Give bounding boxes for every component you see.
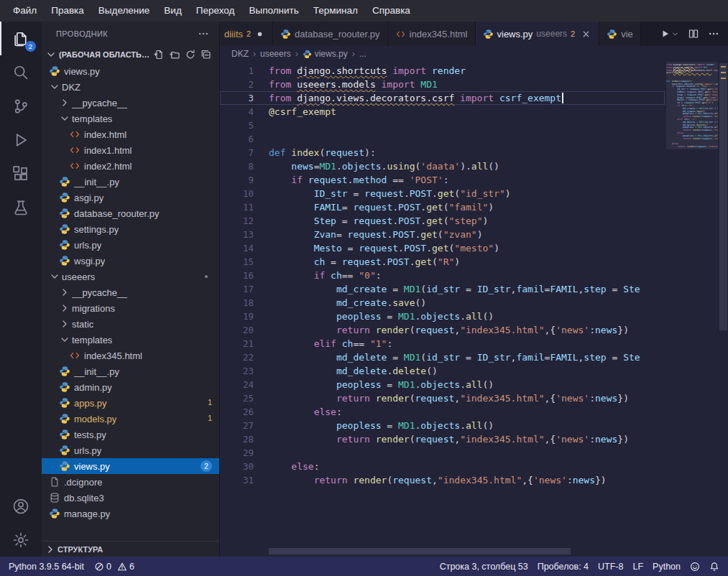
activity-testing[interactable]: [0, 190, 42, 224]
line-text: FAMIL= request.POST.get("famil"): [254, 200, 494, 214]
menu-item-3[interactable]: Выделение: [91, 0, 157, 22]
tab-label: index345.html: [410, 29, 468, 40]
folder-pycache[interactable]: __pycache__: [42, 284, 219, 300]
menu-item-8[interactable]: Справка: [365, 0, 418, 22]
outline-section[interactable]: СТРУКТУРА: [42, 541, 219, 557]
tab-index345-html[interactable]: index345.html: [388, 22, 476, 46]
vertical-scrollbar-thumb[interactable]: [719, 63, 727, 330]
line-number: 23: [220, 364, 254, 378]
horizontal-scrollbar-thumb[interactable]: [269, 548, 571, 554]
line-text: return render(request,"index345.html",{'…: [254, 473, 607, 487]
close-icon[interactable]: [581, 29, 591, 40]
folder-migrations[interactable]: migrations: [42, 300, 219, 316]
activity-run-debug[interactable]: [0, 123, 42, 157]
split-icon[interactable]: [688, 28, 699, 40]
activity-source-control[interactable]: [0, 89, 42, 123]
activity-accounts[interactable]: [0, 489, 42, 523]
ellipsis-icon[interactable]: [198, 28, 209, 40]
collapse-all-icon[interactable]: [198, 49, 213, 60]
menu-item-6[interactable]: Выполнить: [241, 0, 305, 22]
menu-item-2[interactable]: Правка: [44, 0, 91, 22]
breadcrumb-item[interactable]: DKZ: [231, 49, 249, 59]
menu-item-4[interactable]: Вид: [157, 0, 188, 22]
menu-item-7[interactable]: Терминал: [306, 0, 365, 22]
minimap[interactable]: from django.shortcuts import renderfrom …: [666, 64, 718, 547]
workspace-header[interactable]: (РАБОЧАЯ ОБЛАСТЬ) ...: [42, 46, 219, 63]
menu-item-1[interactable]: Файл: [6, 0, 44, 22]
code-line: 3from django.views.decorators.csrf impor…: [220, 91, 665, 105]
file-db-sqlite3[interactable]: db.sqlite3: [42, 490, 219, 506]
line-number: 29: [220, 446, 254, 460]
folder-pycache[interactable]: __pycache__: [42, 95, 219, 111]
activity-explorer[interactable]: 2: [0, 22, 42, 55]
extensions-icon: [12, 165, 29, 182]
file-dcignore[interactable]: .dcignore: [42, 474, 219, 490]
status-python-interpreter[interactable]: Python 3.9.5 64-bit: [9, 562, 84, 572]
file-index2-html[interactable]: index2.html: [42, 158, 219, 174]
python-icon: [483, 29, 494, 40]
file-manage-py[interactable]: manage.py: [42, 506, 219, 521]
file-settings-py[interactable]: settings.py: [42, 221, 219, 237]
status-cursor-position[interactable]: Строка 3, столбец 53: [440, 562, 528, 572]
breadcrumb-item[interactable]: views.py: [303, 49, 348, 59]
line-text: return render(request,"index345.html",{'…: [254, 391, 629, 405]
tab-vie[interactable]: vie: [599, 22, 641, 46]
line-text: from useeers.models import MD1: [254, 78, 438, 91]
file-index345-html[interactable]: index345.html: [42, 348, 219, 363]
file-tests-py[interactable]: tests.py: [42, 427, 219, 442]
activity-settings[interactable]: [0, 523, 42, 557]
workspace-label: (РАБОЧАЯ ОБЛАСТЬ) ...: [59, 50, 150, 59]
line-number: 2: [220, 78, 254, 91]
file-index1-html[interactable]: index1.html: [42, 142, 219, 158]
folder-templates[interactable]: templates: [42, 111, 219, 126]
file-database-roouter-py[interactable]: database_roouter.py: [42, 205, 219, 221]
run-button[interactable]: [659, 28, 679, 40]
folder-templates[interactable]: templates: [42, 332, 219, 348]
folder-useeers[interactable]: useeers: [42, 269, 219, 284]
status-indentation[interactable]: Пробелов: 4: [538, 562, 589, 572]
file-urls-py[interactable]: urls.py: [42, 442, 219, 458]
folder-static[interactable]: static: [42, 316, 219, 332]
tab-views-py[interactable]: views.pyuseeers2: [476, 22, 600, 46]
status-encoding[interactable]: UTF-8: [598, 562, 623, 572]
new-folder-icon[interactable]: [167, 49, 182, 60]
folder-dkz[interactable]: DKZ: [42, 79, 219, 95]
file-init-py[interactable]: __init__.py: [42, 174, 219, 190]
file-label: templates: [72, 113, 112, 124]
file-views-py[interactable]: views.py: [42, 63, 219, 79]
status-problems[interactable]: 06: [94, 562, 137, 572]
status-notifications[interactable]: [709, 562, 719, 572]
code-editor[interactable]: 1from django.shortcuts import render2fro…: [220, 64, 665, 547]
refresh-icon[interactable]: [183, 49, 198, 60]
breadcrumb-item[interactable]: useeers: [260, 49, 291, 59]
file-index-html[interactable]: index.html: [42, 126, 219, 142]
html-icon: [69, 144, 80, 156]
activity-extensions[interactable]: [0, 157, 42, 190]
file-init-py[interactable]: __init__.py: [42, 363, 219, 379]
status-language-mode[interactable]: Python: [653, 562, 681, 572]
file-admin-py[interactable]: admin.py: [42, 379, 219, 395]
file-wsgi-py[interactable]: wsgi.py: [42, 253, 219, 269]
line-number: 4: [220, 105, 254, 119]
menu-item-5[interactable]: Переход: [189, 0, 242, 22]
file-urls-py[interactable]: urls.py: [42, 237, 219, 253]
tab-problems-badge: 2: [571, 29, 575, 38]
tab-diiits[interactable]: diiits2: [220, 22, 273, 46]
tab-bar: diiits2database_roouter.pyindex345.htmlv…: [220, 22, 650, 46]
line-number: 15: [220, 255, 254, 269]
status-eol[interactable]: LF: [632, 562, 643, 572]
tab-database-roouter-py[interactable]: database_roouter.py: [273, 22, 388, 46]
status-feedback[interactable]: [690, 562, 700, 572]
activity-bar: 2: [0, 22, 42, 557]
file-asgi-py[interactable]: asgi.py: [42, 190, 219, 205]
ellipsis-icon[interactable]: [708, 28, 719, 40]
file-models-py[interactable]: models.py1: [42, 411, 219, 427]
line-text: from django.shortcuts import render: [254, 64, 466, 78]
activity-search[interactable]: [0, 55, 42, 89]
file-views-py[interactable]: views.py2: [42, 458, 219, 474]
python-icon: [59, 413, 70, 424]
new-file-icon[interactable]: [151, 49, 166, 60]
file-label: models.py: [74, 414, 116, 424]
breadcrumb-item[interactable]: ...: [359, 49, 367, 59]
file-apps-py[interactable]: apps.py1: [42, 395, 219, 411]
